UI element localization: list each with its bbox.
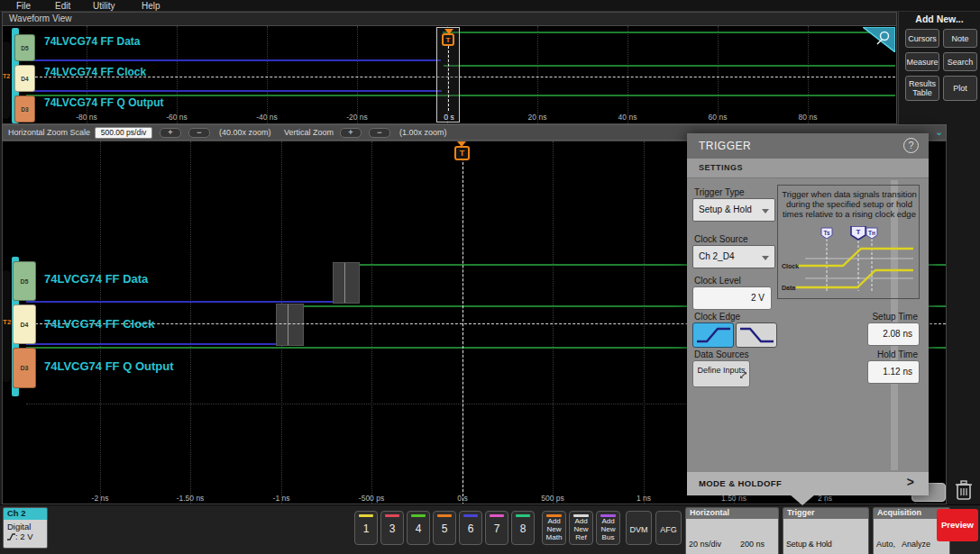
trigger-position-line (448, 46, 449, 111)
clock-threshold-line (26, 77, 895, 77)
trigger-marker-flag[interactable]: T (454, 146, 470, 160)
chevron-down-icon (762, 209, 769, 213)
channel-badge-d5[interactable]: D5 (13, 261, 36, 301)
axis-tick-label: -1 ns (273, 494, 290, 503)
channel-color-stripe (490, 514, 504, 517)
menu-help[interactable]: Help (142, 1, 160, 11)
trash-icon[interactable] (953, 478, 975, 502)
trigger-position-line (463, 158, 463, 504)
hzoom-plus-button[interactable]: + (160, 128, 181, 138)
menu-bar: File Edit Utility Help (0, 0, 980, 12)
clock-source-value: Ch 2_D4 (699, 251, 734, 261)
add-plot-button[interactable]: Plot (943, 76, 977, 101)
mode-holdoff-bar[interactable]: MODE & HOLDOFF > (687, 472, 929, 495)
clock-source-dropdown[interactable]: Ch 2_D4 (692, 245, 775, 268)
menu-utility[interactable]: Utility (93, 1, 114, 11)
setup-time-input[interactable]: 2.08 ns (867, 322, 920, 346)
waveform-segment-low (26, 59, 441, 61)
menu-edit[interactable]: Edit (55, 1, 70, 11)
channel-button-7[interactable]: 7 (485, 511, 508, 545)
setup-marker-label: Ts (823, 230, 829, 236)
trigger-type-dropdown[interactable]: Setup & Hold (692, 198, 775, 222)
add-new-math-button[interactable]: Add New Math (542, 511, 566, 545)
trigger-description: Trigger when data signals transition dur… (781, 189, 918, 219)
afg-button[interactable]: AFG (655, 511, 682, 545)
waveform-segment-low (26, 343, 277, 345)
zoom-region-box[interactable]: T 0 s (436, 27, 460, 123)
clock-level-input[interactable]: 2 V (692, 286, 772, 310)
channel-label-output: 74LVCG74 FF Q Output (44, 96, 163, 109)
gridline (537, 26, 538, 124)
vzoom-plus-button[interactable]: + (340, 128, 362, 138)
vzoom-minus-button[interactable]: − (369, 128, 390, 138)
trigger-type-label: Trigger Type (694, 187, 745, 197)
axis-tick-label: -20 ns (346, 113, 368, 122)
channel-badge-d4[interactable]: D4 (13, 304, 36, 344)
zoom-box-time-label: 0 s (444, 113, 453, 122)
channel-2-badge[interactable]: Ch 2 Digital : 2 V (3, 507, 48, 549)
preview-button[interactable]: Preview (937, 509, 978, 541)
hold-marker-label: Tʜ (868, 230, 875, 236)
trigger-source-marker: T2 (3, 73, 10, 79)
horizontal-badge[interactable]: Horizontal 20 ns/div200 ns SR: 6.25 GS/s… (685, 507, 779, 554)
channel-button-6[interactable]: 6 (459, 511, 482, 545)
add-new-ref-button[interactable]: Add New Ref (569, 511, 593, 545)
source-color-stripe (573, 514, 589, 517)
hzoom-scale-label: Horizontal Zoom Scale (8, 128, 90, 137)
help-icon[interactable]: ? (903, 138, 919, 153)
clock-edge-falling-button[interactable] (736, 322, 777, 348)
hold-time-input[interactable]: 1.12 ns (867, 360, 920, 384)
channel-button-3[interactable]: 3 (380, 511, 404, 545)
add-note-button[interactable]: Note (943, 29, 977, 48)
expand-icon (740, 372, 746, 378)
gridline (357, 26, 358, 124)
channel-button-4[interactable]: 4 (407, 511, 430, 545)
add-new-bus-button[interactable]: Add New Bus (596, 511, 620, 545)
add-search-button[interactable]: Search (943, 52, 977, 71)
gridline (177, 26, 178, 124)
data-sources-label: Data Sources (694, 350, 749, 359)
waveform-overview[interactable]: -80 ns-60 ns-40 ns-20 ns20 ns40 ns60 ns8… (2, 25, 897, 124)
menu-file[interactable]: File (16, 1, 31, 11)
channel-2-threshold: : 2 V (15, 531, 33, 541)
diagram-data-label: Data (782, 285, 795, 291)
dvm-button[interactable]: DVM (626, 511, 652, 545)
channel-button-8[interactable]: 8 (511, 511, 535, 545)
trigger-type-value: Setup & Hold (699, 204, 752, 214)
axis-tick-label: -2 ns (92, 494, 109, 503)
axis-tick-label: 500 ps (541, 494, 564, 503)
channel-badge-d4[interactable]: D4 (14, 65, 35, 92)
trigger-marker-flag[interactable]: T (442, 33, 454, 46)
add-results-table-button[interactable]: Results Table (905, 76, 939, 101)
channel-label-data: 74LVCG74 FF Data (44, 272, 148, 286)
clock-edge-rising-button[interactable] (692, 322, 734, 348)
trigger-panel-titlebar[interactable]: TRIGGER ? (687, 133, 929, 159)
add-cursors-button[interactable]: Cursors (905, 29, 939, 48)
mode-holdoff-label: MODE & HOLDOFF (699, 478, 782, 488)
channel-badge-d3[interactable]: D3 (14, 95, 35, 123)
channel-color-stripe (516, 514, 530, 517)
define-inputs-button[interactable]: Define Inputs (692, 360, 750, 387)
define-inputs-label: Define Inputs (697, 366, 745, 375)
trigger-badge[interactable]: Trigger Setup & Hold S: 2.08 ns H: 1.12 … (783, 507, 869, 554)
channel-button-5[interactable]: 5 (433, 511, 456, 545)
axis-tick-label: -60 ns (166, 113, 188, 122)
bottom-bar: Ch 2 Digital : 2 V 1345678Add New MathAd… (0, 504, 980, 554)
add-measure-button[interactable]: Measure (905, 52, 939, 71)
channel-2-type: Digital (7, 522, 47, 531)
channel-button-1[interactable]: 1 (354, 511, 378, 545)
hzoom-scale-input[interactable]: 500.00 ps/div (95, 127, 152, 139)
tab-settings[interactable]: SETTINGS (687, 159, 929, 178)
trigger-description-box: Trigger when data signals transition dur… (777, 185, 920, 299)
chevron-down-icon[interactable]: ⌄ (935, 126, 943, 138)
channel-badge-d5[interactable]: D5 (14, 34, 35, 61)
channel-group-handle[interactable] (2, 270, 11, 382)
zoom-overview-icon[interactable] (863, 27, 895, 52)
hzoom-minus-button[interactable]: − (188, 128, 210, 138)
chevron-right-icon: > (907, 475, 914, 489)
trigger-panel-pointer (790, 495, 815, 505)
channel-badge-d3[interactable]: D3 (13, 348, 36, 388)
channel-group-handle[interactable] (2, 41, 11, 119)
channel-color-stripe (411, 514, 426, 517)
channel-label-data: 74LVCG74 FF Data (44, 35, 140, 48)
